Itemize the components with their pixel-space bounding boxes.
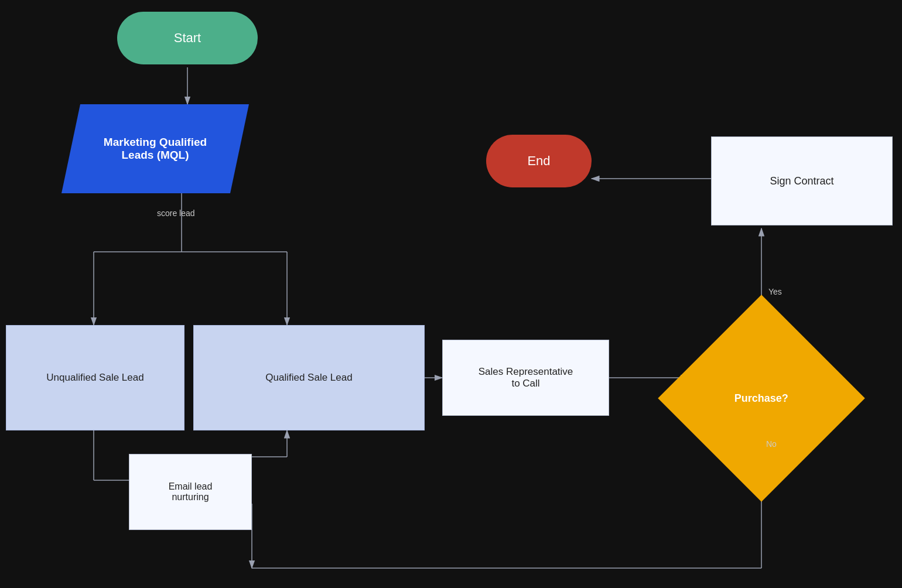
start-node: Start bbox=[117, 12, 258, 64]
qualified-node: Qualified Sale Lead bbox=[193, 325, 425, 430]
yes-label: Yes bbox=[768, 287, 782, 296]
sales-rep-node: Sales Representative to Call bbox=[442, 340, 609, 416]
purchase-label: Purchase? bbox=[734, 392, 788, 404]
mql-node: Marketing Qualified Leads (MQL) bbox=[62, 104, 249, 193]
unqualified-node: Unqualified Sale Lead bbox=[6, 325, 184, 430]
email-nurturing-node: Email lead nurturing bbox=[129, 454, 252, 530]
flowchart-diagram: Start Marketing Qualified Leads (MQL) sc… bbox=[0, 0, 902, 588]
no-label: No bbox=[766, 439, 777, 449]
mql-label: Marketing Qualified Leads (MQL) bbox=[104, 136, 207, 162]
score-lead-label: score lead bbox=[157, 208, 195, 218]
end-node: End bbox=[486, 135, 592, 187]
sign-contract-node: Sign Contract bbox=[711, 136, 893, 225]
purchase-diamond: Purchase? bbox=[658, 295, 865, 502]
